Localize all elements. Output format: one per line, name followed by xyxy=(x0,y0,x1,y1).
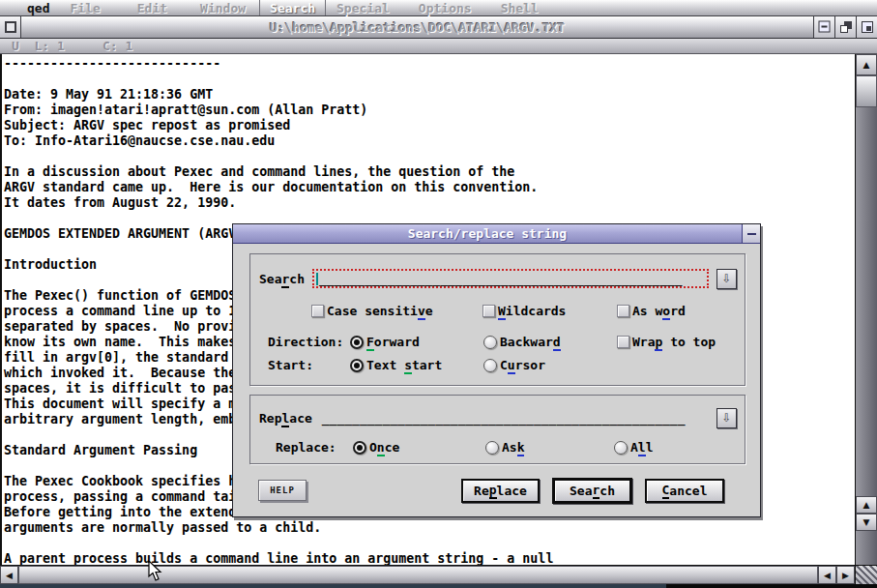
radio-selected-icon xyxy=(353,441,366,455)
menu-item-edit[interactable]: Edit xyxy=(135,0,169,15)
checkbox-icon xyxy=(482,305,495,317)
left-arrow-icon: ◀ xyxy=(6,571,13,580)
checkbox-wrap-to-top[interactable]: Wrap to top xyxy=(617,335,716,349)
replace-button[interactable]: Replace xyxy=(461,479,540,503)
window-title: U:\home\Applications\DOC\ATARI\ARGV.TXT xyxy=(21,16,813,38)
menu-item-options[interactable]: Options xyxy=(417,0,474,15)
menu-item-window[interactable]: Window xyxy=(198,0,248,15)
direction-label: Direction: xyxy=(268,335,343,349)
radio-label: Ask xyxy=(502,440,524,455)
close-icon xyxy=(5,21,16,33)
radio-start-text-start[interactable]: Text start xyxy=(350,358,442,372)
up-arrow-icon: ▲ xyxy=(863,60,870,70)
popup-arrow-icon: ⇩ xyxy=(721,411,731,425)
down-arrow-icon: ▼ xyxy=(863,517,870,527)
window-title-bar: U:\home\Applications\DOC\ATARI\ARGV.TXT xyxy=(0,16,877,39)
dialog-iconify-icon xyxy=(747,233,756,235)
search-options-group: Search _________________________________… xyxy=(249,253,745,386)
search-input-placeholder: ________________________________________… xyxy=(319,272,683,286)
radio-label: Once xyxy=(369,440,399,455)
text-caret xyxy=(316,273,318,285)
menu-item-file[interactable]: File xyxy=(68,0,102,15)
radio-label: Backward xyxy=(500,335,561,349)
radio-label: Text start xyxy=(366,358,442,372)
iconify-icon xyxy=(818,20,832,34)
search-history-button[interactable]: ⇩ xyxy=(716,269,737,289)
vertical-scroll-thumb[interactable] xyxy=(856,75,877,107)
radio-direction-forward[interactable]: Forward xyxy=(350,335,420,349)
scroll-up-button[interactable]: ▲ xyxy=(856,54,877,75)
menu-item-qed[interactable]: qed xyxy=(25,0,51,15)
lower-window-icon xyxy=(839,20,853,34)
horizontal-scrollbar[interactable]: ◀ ◀ ▶ xyxy=(0,565,855,584)
replace-history-button[interactable]: ⇩ xyxy=(716,408,737,428)
radio-label: All xyxy=(630,440,653,455)
horizontal-scroll-thumb[interactable] xyxy=(18,566,818,584)
checkbox-case-sensitive[interactable]: Case sensitive xyxy=(311,304,433,318)
radio-icon xyxy=(614,441,628,455)
checkbox-wildcards[interactable]: Wildcards xyxy=(482,304,566,318)
radio-label: Cursor xyxy=(500,358,545,372)
replace-input[interactable]: ________________________________________… xyxy=(320,408,709,427)
menu-bar: qed File Edit Window Search Special Opti… xyxy=(0,0,877,16)
radio-icon xyxy=(485,441,499,455)
checkbox-label: As word xyxy=(632,304,686,318)
search-button[interactable]: Search xyxy=(552,478,632,504)
menu-item-special[interactable]: Special xyxy=(335,0,392,15)
radio-icon xyxy=(483,359,497,372)
window-resize-handle[interactable] xyxy=(855,565,877,584)
radio-selected-icon xyxy=(350,336,364,349)
radio-icon xyxy=(483,336,497,349)
radio-replace-once[interactable]: Once xyxy=(353,440,399,455)
dialog-iconify-button[interactable] xyxy=(742,224,760,243)
dialog-title: Search/replace string xyxy=(233,226,742,241)
fuller-icon xyxy=(861,20,874,34)
iconify-button[interactable] xyxy=(813,16,834,38)
search-field-label: Search xyxy=(259,272,305,286)
desktop-screen: qed File Edit Window Search Special Opti… xyxy=(0,0,877,588)
radio-replace-all[interactable]: All xyxy=(614,440,653,455)
close-button[interactable] xyxy=(0,16,21,38)
up-arrow-icon: ▲ xyxy=(863,500,870,510)
scroll-right-button[interactable]: ▶ xyxy=(836,566,855,584)
popup-arrow-icon: ⇩ xyxy=(721,272,731,285)
start-label: Start: xyxy=(268,358,313,372)
dialog-title-bar[interactable]: Search/replace string xyxy=(233,224,760,244)
cancel-button[interactable]: Cancel xyxy=(645,479,724,503)
replace-mode-label: Replace: xyxy=(276,440,336,455)
radio-direction-backward[interactable]: Backward xyxy=(483,335,561,349)
radio-replace-ask[interactable]: Ask xyxy=(485,440,524,455)
checkbox-label: Case sensitive xyxy=(327,304,433,318)
checkbox-icon xyxy=(617,336,629,348)
checkbox-label: Wrap to top xyxy=(632,335,716,349)
radio-start-cursor[interactable]: Cursor xyxy=(483,358,545,372)
fuller-button[interactable] xyxy=(856,16,877,38)
scroll-down-button[interactable]: ▼ xyxy=(856,514,877,531)
scroll-left-button-right[interactable]: ◀ xyxy=(818,566,836,584)
checkbox-label: Wildcards xyxy=(498,304,566,318)
search-replace-dialog: Search/replace string Search ___________… xyxy=(232,223,761,517)
radio-selected-icon xyxy=(350,359,364,372)
menu-item-shell[interactable]: Shell xyxy=(499,0,541,15)
radio-label: Forward xyxy=(366,335,420,349)
vertical-scrollbar[interactable]: ▲ ▲ ▼ xyxy=(855,54,877,565)
replace-options-group: Replace ________________________________… xyxy=(249,395,745,464)
menu-item-search[interactable]: Search xyxy=(259,0,326,15)
left-arrow-icon: ◀ xyxy=(824,571,831,580)
window-info-line: U L: 1 C: 1 xyxy=(0,39,877,54)
search-input[interactable]: ________________________________________… xyxy=(312,269,709,288)
scroll-left-button[interactable]: ◀ xyxy=(0,566,18,584)
replace-field-label: Replace xyxy=(259,411,312,426)
checkbox-as-word[interactable]: As word xyxy=(617,304,686,318)
replace-input-placeholder: ________________________________________… xyxy=(322,411,686,426)
checkbox-icon xyxy=(311,305,324,317)
checkbox-icon xyxy=(617,305,629,317)
desktop-background-strip xyxy=(0,584,877,588)
lower-window-button[interactable] xyxy=(834,16,856,38)
scroll-up-button-bottom[interactable]: ▲ xyxy=(856,496,877,514)
help-button[interactable]: HELP xyxy=(258,480,307,501)
right-arrow-icon: ▶ xyxy=(842,571,849,580)
